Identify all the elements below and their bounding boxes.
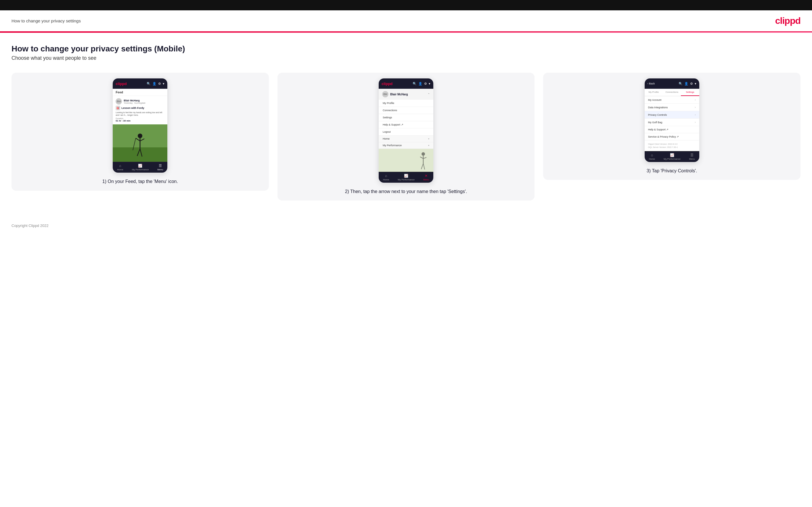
phone1-nav: clippd 🔍 👤 ⚙ ▾ — [113, 78, 167, 89]
myaccount-label: My Account — [648, 99, 662, 101]
user-icon: 👤 — [418, 82, 422, 86]
phone2-tab-bar: ⌂ Home 📈 My Performance ✕ Menu — [379, 172, 433, 183]
feed-post: BM Blair McHarg Yesterday · Sunningdale … — [113, 96, 167, 124]
menu3-icon: ☰ — [691, 153, 694, 157]
settings-item-dataintegrations[interactable]: Data Integrations › — [645, 104, 699, 111]
user-icon: 👤 — [152, 82, 156, 86]
phone2-nav: clippd 🔍 👤 ⚙ ▾ — [379, 78, 433, 89]
phone3-nav: ‹ Back 🔍 👤 ⚙ ▾ — [645, 78, 699, 89]
tab-home[interactable]: ⌂ Home — [117, 164, 123, 171]
tab3-performance-label: My Performance — [664, 158, 680, 160]
home-icon: ⌂ — [119, 164, 121, 168]
post-title-row: 🎯 Lesson with Fordy — [115, 106, 164, 110]
settings-item-privacycontrols[interactable]: Privacy Controls › — [645, 111, 699, 119]
menu-section-performance[interactable]: My Performance ▾ — [379, 142, 433, 149]
search3-icon: 🔍 — [678, 82, 682, 86]
section-perf-chevron: ▾ — [428, 144, 429, 147]
menu-item-connections[interactable]: Connections — [379, 107, 433, 114]
settings-item-serviceprivacy[interactable]: Service & Privacy Policy ↗ — [645, 133, 699, 140]
step-1-card: clippd 🔍 👤 ⚙ ▾ Feed BM Blair McHar — [11, 73, 269, 191]
mygolfbag-label: My Golf Bag — [648, 121, 662, 124]
svg-line-11 — [420, 157, 423, 159]
back-button[interactable]: ‹ Back — [648, 82, 655, 85]
tab-home-label: Home — [117, 168, 123, 171]
tab2-performance[interactable]: 📈 My Performance — [398, 174, 415, 181]
privacycontrols-label: Privacy Controls — [648, 113, 667, 116]
menu-avatar: BM — [382, 91, 389, 97]
phone1-icons: 🔍 👤 ⚙ ▾ — [147, 82, 164, 86]
menu-user-row[interactable]: BM Blair McHarg ⌃ — [379, 89, 433, 100]
tab-performance-label: My Performance — [132, 168, 149, 171]
post-author-name: Blair McHarg — [123, 99, 146, 102]
step-2-card: clippd 🔍 👤 ⚙ ▾ BM Blair McHarg — [277, 73, 535, 201]
tab-settings[interactable]: Settings — [681, 89, 699, 96]
menu-icon: ☰ — [159, 164, 162, 168]
chevron-icon: ▾ — [429, 82, 430, 86]
section-home-chevron: ▾ — [428, 137, 429, 140]
settings3-icon: ⚙ — [690, 82, 693, 86]
version-info: Clippd Client Version: 2022.8.3-3 GQL Se… — [645, 140, 699, 151]
post-title: Lesson with Fordy — [121, 107, 144, 109]
phone2-background-image — [379, 149, 433, 172]
tab2-menu-label: Menu — [423, 178, 429, 181]
menu-item-settings[interactable]: Settings — [379, 114, 433, 121]
phone3-icons: 🔍 👤 ⚙ ▾ — [678, 82, 697, 86]
chevron-icon: ▾ — [163, 82, 164, 86]
menu-item-logout[interactable]: Logout — [379, 128, 433, 135]
main-content: How to change your privacy settings (Mob… — [0, 33, 812, 218]
helpsupport-label: Help & Support ↗ — [648, 128, 669, 131]
privacycontrols-chevron: › — [695, 113, 696, 116]
tab-menu[interactable]: ☰ Menu — [157, 164, 163, 171]
tab-connections[interactable]: Connections — [663, 89, 681, 96]
tab2-home[interactable]: ⌂ Home — [383, 174, 389, 181]
dataintegrations-chevron: › — [695, 106, 696, 109]
settings-item-helpsupport[interactable]: Help & Support ↗ — [645, 126, 699, 133]
svg-point-2 — [138, 133, 142, 138]
step-3-card: ‹ Back 🔍 👤 ⚙ ▾ My Profile Connections Se… — [543, 73, 801, 180]
user3-icon: 👤 — [684, 82, 689, 86]
menu-expand-icon: ⌃ — [427, 93, 430, 96]
menu-item-myprofile[interactable]: My Profile — [379, 100, 433, 107]
svg-line-12 — [423, 157, 426, 159]
step-1-caption: 1) On your Feed, tap the 'Menu' icon. — [102, 178, 178, 185]
tab2-home-label: Home — [383, 178, 389, 181]
tab3-home-label: Home — [649, 158, 655, 160]
tab3-performance[interactable]: 📈 My Performance — [664, 153, 680, 160]
menu-overlay: BM Blair McHarg ⌃ My Profile Connections… — [379, 89, 433, 172]
tab3-menu[interactable]: ☰ Menu — [689, 153, 695, 160]
svg-point-9 — [421, 152, 425, 156]
search-icon: 🔍 — [413, 82, 417, 86]
mygolfbag-chevron: › — [695, 121, 696, 124]
section-performance-label: My Performance — [383, 144, 402, 147]
phone2-icons: 🔍 👤 ⚙ ▾ — [413, 82, 430, 86]
menu-user-name: Blair McHarg — [390, 93, 408, 96]
dataintegrations-label: Data Integrations — [648, 106, 668, 109]
home2-icon: ⌂ — [385, 174, 387, 178]
post-duration-value: 01 hr : 30 min — [115, 119, 164, 122]
step-2-caption: 2) Then, tap the arrow next to your name… — [345, 188, 467, 195]
copyright-text: Copyright Clippd 2022 — [11, 223, 49, 228]
client-version: Clippd Client Version: 2022.8.3-3 — [648, 143, 696, 146]
tab-performance[interactable]: 📈 My Performance — [132, 164, 149, 171]
tab2-menu-close[interactable]: ✕ Menu — [423, 174, 429, 181]
performance-icon: 📈 — [138, 164, 142, 168]
post-type-icon: 🎯 — [115, 106, 120, 110]
myaccount-chevron: › — [695, 98, 696, 101]
svg-line-14 — [423, 163, 425, 169]
settings-item-myaccount[interactable]: My Account › — [645, 96, 699, 104]
serviceprivacy-label: Service & Privacy Policy ↗ — [648, 135, 679, 138]
settings-item-mygolfbag[interactable]: My Golf Bag › — [645, 119, 699, 126]
menu-item-helpsupport[interactable]: Help & Support ↗ — [379, 121, 433, 128]
tab2-performance-label: My Performance — [398, 178, 415, 181]
header: How to change your privacy settings clip… — [0, 10, 812, 32]
server-version: GQL Server Version: 2022.7.30-1 — [648, 146, 696, 149]
chevron3-icon: ▾ — [695, 82, 697, 86]
tab3-home[interactable]: ⌂ Home — [649, 153, 655, 160]
logo: clippd — [775, 15, 801, 26]
tab-myprofile[interactable]: My Profile — [645, 89, 663, 96]
footer: Copyright Clippd 2022 — [0, 218, 812, 233]
menu-section-home[interactable]: Home ▾ — [379, 135, 433, 142]
feed-label: Feed — [113, 89, 167, 96]
header-title: How to change your privacy settings — [11, 18, 81, 23]
close-icon: ✕ — [425, 174, 427, 178]
